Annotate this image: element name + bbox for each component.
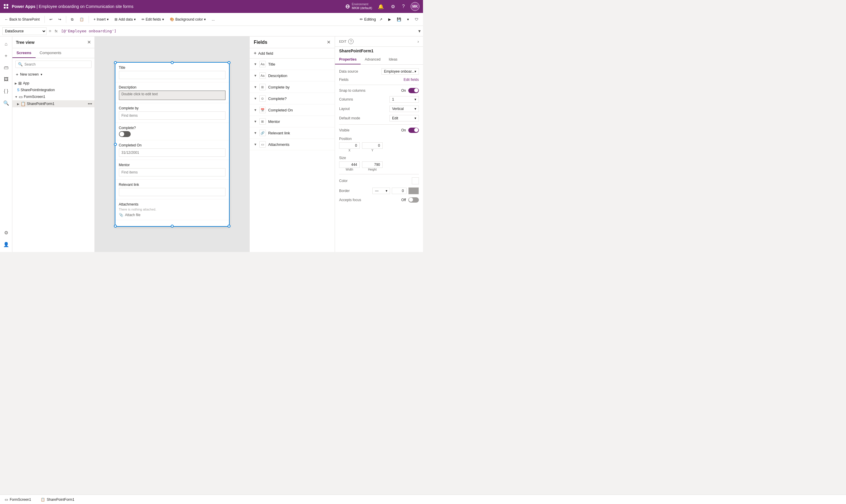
datasource-select[interactable]: DataSource [2,28,47,35]
form-complete-by-input[interactable] [119,111,225,120]
tab-screens[interactable]: Screens [12,48,36,58]
copy-button[interactable]: ⧉ [69,16,76,23]
sidebar-variables-icon[interactable]: { } [1,86,12,96]
background-color-button[interactable]: 🎨 Background color ▾ [168,16,208,23]
canvas-handle-tl[interactable] [114,61,117,64]
app-grid-icon[interactable] [3,4,9,9]
toolbar-separator-1 [45,16,45,23]
sidebar-insert-icon[interactable]: + [1,51,12,61]
undo-button[interactable]: ↩ [47,16,55,23]
field-item-attachments[interactable]: ▼ ▭ Attachments [249,139,335,150]
attach-file-button[interactable]: 📎 Attach file [119,213,225,217]
tab-components[interactable]: Components [36,48,66,58]
prop-layout-value[interactable]: Vertical▾ [390,106,419,112]
edit-fields-link[interactable]: Edit fields [403,78,419,82]
prop-pos-y-input[interactable] [362,142,383,149]
sp-icon: S [17,88,19,92]
border-style-select[interactable]: —▾ [373,187,390,194]
prop-datasource-value[interactable]: Employee onboar...▾ [381,68,419,75]
more-button[interactable]: ... [209,16,217,23]
edit-fields-button[interactable]: ✏ Edit fields ▾ [139,16,166,23]
new-screen-button[interactable]: + New screen ▾ [12,70,94,78]
back-to-sharepoint-button[interactable]: ← Back to SharePoint [2,16,42,23]
tab-advanced[interactable]: Advanced [361,55,384,65]
help-icon[interactable]: ? [401,3,406,10]
redo-button[interactable]: ↪ [56,16,64,23]
size-h-label: Height [362,168,383,171]
settings-icon[interactable]: ⚙ [390,3,396,11]
form-relevant-link-input[interactable] [119,188,225,196]
prop-fields-label: Fields [339,78,348,82]
canvas-handle-bl[interactable] [114,224,117,228]
props-expand-button[interactable]: › [417,39,419,44]
field-item-title[interactable]: ▼ Aa Title [249,58,335,70]
field-item-description[interactable]: ▼ Aa Description [249,70,335,82]
props-body: Data source Employee onboar...▾ Fields E… [335,65,423,206]
sidebar-search-icon[interactable]: 🔍 [1,97,12,108]
visible-toggle[interactable] [408,128,419,133]
form-completed-on-input[interactable] [119,148,225,157]
tree-item-app[interactable]: ▶ ⊞ App [12,80,94,87]
form-title-input[interactable] [119,71,225,79]
save-button[interactable]: 💾 [394,16,403,23]
tab-properties[interactable]: Properties [335,55,361,65]
field-item-complete-by[interactable]: ▼ ⊞ Complete by [249,82,335,93]
color-swatch[interactable] [412,177,419,184]
sidebar-data-icon[interactable]: 🗃 [1,62,12,73]
sidebar-account-icon[interactable]: 👤 [1,239,12,250]
prop-width-input[interactable] [339,161,360,168]
tree-item-formscreen1[interactable]: ▼ ▭ FormScreen1 [12,93,94,100]
field-item-complete-q[interactable]: ▼ ⊙ Complete? [249,93,335,104]
add-field-button[interactable]: + Add field [249,48,335,58]
avatar[interactable]: MK [411,2,419,11]
new-screen-chevron-icon: ▾ [41,73,42,76]
formula-expand-icon[interactable]: ▾ [418,28,421,34]
sidebar-media-icon[interactable]: 🖼 [1,74,12,85]
publish-chevron-button[interactable]: ▾ [405,16,411,23]
field-type-icon-mentor: ⊞ [259,118,266,125]
field-type-icon-complete-by: ⊞ [259,84,266,90]
insert-button[interactable]: + Insert ▾ [91,16,111,23]
accepts-focus-toggle[interactable] [408,197,419,203]
divider-2 [339,124,419,125]
paste-button[interactable]: 📋 [77,16,86,23]
field-item-completed-on[interactable]: ▼ 📅 Completed On [249,104,335,116]
formula-input[interactable] [60,28,417,35]
form-desc-textarea[interactable]: Double click to edit text [119,91,225,100]
tree-more-button[interactable]: ••• [88,102,92,106]
share-button[interactable]: ↗ [377,16,385,23]
prop-default-mode-value[interactable]: Edit▾ [390,115,419,122]
form-complete-toggle[interactable] [119,131,131,137]
sidebar-settings-icon[interactable]: ⚙ [1,227,12,238]
add-data-button[interactable]: ⊞ Add data ▾ [112,16,138,23]
search-input[interactable] [24,62,89,67]
tab-ideas[interactable]: Ideas [385,55,401,65]
form-name-label: SharePointForm1 [335,47,423,55]
app-checker-button[interactable]: 🛡 [412,16,421,23]
prop-default-mode-row: Default mode Edit▾ [339,115,419,122]
canvas-handle-tc[interactable] [171,61,174,64]
notification-icon[interactable]: 🔔 [377,3,385,11]
preview-button[interactable]: ▶ [386,16,393,23]
fields-close-button[interactable]: ✕ [327,39,331,45]
canvas-handle-ml[interactable] [114,143,117,146]
snap-toggle[interactable] [408,88,419,93]
field-type-icon-attachments: ▭ [259,141,266,148]
canvas-handle-tr[interactable] [227,61,230,64]
field-item-mentor[interactable]: ▼ ⊞ Mentor [249,116,335,127]
tree-item-sp-integration[interactable]: S SharePointIntegration [12,87,94,93]
canvas-handle-br[interactable] [227,224,230,228]
prop-columns-value[interactable]: 1▾ [390,96,419,103]
field-item-relevant-link[interactable]: ▼ 🔗 Relevant link [249,127,335,139]
prop-height-input[interactable] [362,161,383,168]
tree-item-sharepoint-form1[interactable]: ▶ 📋 SharePointForm1 ••• [12,100,94,107]
border-color-swatch[interactable] [408,187,419,194]
border-width-input[interactable] [392,187,407,194]
form-mentor-input[interactable] [119,168,225,176]
props-help-icon[interactable]: ? [348,39,353,44]
form-mentor-label: Mentor [119,163,225,167]
canvas-handle-bc[interactable] [171,224,174,228]
tree-close-button[interactable]: ✕ [87,39,91,45]
prop-pos-x-input[interactable] [339,142,360,149]
sidebar-home-icon[interactable]: ⌂ [1,39,12,49]
